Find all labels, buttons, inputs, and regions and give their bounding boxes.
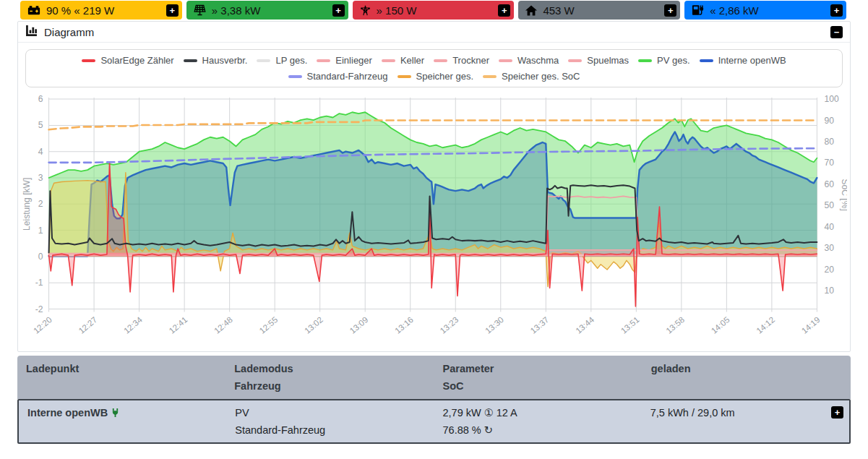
table-header-lademodus: Lademodus Fahrzeug [225,360,434,395]
svg-text:40: 40 [824,222,834,232]
table-header-ladepunkt: Ladepunkt [17,360,225,395]
legend-item-speicher-ges-[interactable]: Speicher ges. [398,71,474,82]
legend-swatch [499,59,512,62]
diagram-chart: 12:2012:2712:3412:4112:4812:5513:0213:09… [21,90,847,351]
chart-grid-and-axes: 12:2012:2712:3412:4112:4812:5513:0213:09… [22,94,847,335]
header-line2: SoC [443,377,634,395]
legend-item-spuelmas[interactable]: Spuelmas [568,55,629,66]
legend-label: Einlieger [335,55,372,66]
legend-item-hausverbr-[interactable]: Hausverbr. [184,55,248,66]
speicher-ges-soc-line [49,121,817,130]
chart-icon [25,25,38,39]
status-badge-pv: » 3,38 kW + [186,1,348,20]
badge-expand-button[interactable]: + [332,4,345,17]
header-line1: Parameter [443,360,634,377]
solar-panel-icon [194,4,206,16]
legend-label: Standard-Fahrzeug [307,71,388,82]
badge-text: 453 W [543,4,574,17]
cell-geladen: 7,5 kWh / 29,0 km [642,404,849,439]
legend-item-solaredge-z-hler[interactable]: SolarEdge Zähler [82,55,173,66]
openwb-dashboard: 90 % « 219 W + » 3,38 kW + » 150 W + 453… [0,0,868,459]
soc-value[interactable]: 76.88 % ↻ [443,421,633,439]
svg-text:60: 60 [824,179,834,189]
status-bar: 90 % « 219 W + » 3,38 kW + » 150 W + 453… [0,0,868,20]
charging-station-icon [692,4,704,16]
chargepoint-table-header: Ladepunkt Lademodus Fahrzeug Parameter S… [17,356,851,399]
svg-text:-1: -1 [35,278,43,288]
badge-expand-button[interactable]: + [498,4,510,17]
svg-text:70: 70 [824,158,834,168]
legend-swatch [257,59,270,62]
legend-swatch [317,59,330,62]
legend-item-trockner[interactable]: Trockner [434,55,489,66]
legend-item-speicher-ges-soc[interactable]: Speicher ges. SoC [483,71,580,82]
legend-item-waschma[interactable]: Waschma [499,55,559,66]
status-badge-house: 453 W + [518,1,680,20]
svg-text:0: 0 [38,252,43,262]
legend-swatch [288,75,302,78]
badge-text: » 3,38 kW [212,4,261,17]
legend-swatch [700,59,713,62]
svg-text:100: 100 [824,94,838,104]
svg-text:SoC [%]: SoC [%] [840,179,847,210]
badge-text: 90 % « 219 W [46,4,114,17]
geladen-value: 7,5 kWh / 29,0 km [650,404,841,421]
diagram-title: Diagramm [44,26,94,38]
fahrzeug-value: Standard-Fahrzeug [235,421,425,439]
chargepoint-row: Interne openWB PV Standard-Fahrzeug 2,79… [17,399,851,444]
legend-swatch [184,59,197,62]
svg-text:Leistung [kW]: Leistung [kW] [22,178,32,231]
legend-label: Hausverbr. [202,55,248,66]
svg-text:6: 6 [38,94,43,104]
parameter-value: 2,79 kW ① 12 A [443,404,633,421]
chargepoint-expand-button[interactable]: + [831,406,843,419]
diagram-collapse-button[interactable]: − [830,26,843,38]
svg-text:13:37: 13:37 [529,315,551,335]
legend-item-einlieger[interactable]: Einlieger [317,55,372,66]
header-line1: Lademodus [234,360,425,377]
legend-label: Trockner [452,55,489,66]
svg-text:13:58: 13:58 [664,315,686,335]
svg-text:13:51: 13:51 [619,315,641,335]
chart-area: 12:2012:2712:3412:4112:4812:5513:0213:09… [18,89,850,351]
svg-text:2: 2 [38,199,43,209]
legend-label: Speicher ges. SoC [502,71,580,82]
transmission-tower-icon [360,4,371,16]
car-battery-icon [27,5,40,16]
legend-item-lp-ges-[interactable]: LP ges. [257,55,307,66]
header-line2: Fahrzeug [234,377,425,395]
svg-text:12:27: 12:27 [77,315,99,335]
legend-label: PV ges. [657,55,690,66]
svg-text:12:20: 12:20 [32,315,53,335]
badge-expand-button[interactable]: + [664,4,676,17]
status-badge-grid: » 150 W + [353,1,515,20]
badge-expand-button[interactable]: + [830,4,843,17]
legend-swatch [638,59,652,62]
svg-text:1: 1 [38,226,43,236]
status-badge-chargepoint: « 2,86 kW + [684,1,846,20]
svg-text:12:55: 12:55 [258,315,280,335]
badge-expand-button[interactable]: + [166,4,179,17]
house-icon [525,5,537,16]
legend-item-interne-openwb[interactable]: Interne openWB [700,55,786,66]
legend-label: Spuelmas [587,55,629,66]
header-line2 [651,377,842,395]
svg-text:12:41: 12:41 [168,315,189,335]
lademodus-value: PV [235,404,425,421]
svg-text:30: 30 [824,243,834,253]
cell-parameter-soc: 2,79 kW ① 12 A 76.88 % ↻ [434,404,642,439]
legend-item-keller[interactable]: Keller [382,55,424,66]
legend-label: LP ges. [275,55,307,66]
cell-ladepunkt: Interne openWB [19,404,226,439]
legend-item-pv-ges-[interactable]: PV ges. [638,55,690,66]
svg-text:20: 20 [824,265,834,275]
svg-text:14:05: 14:05 [710,315,731,335]
svg-text:13:02: 13:02 [303,315,325,335]
status-badge-battery: 90 % « 219 W + [20,1,182,20]
legend-swatch [82,59,95,62]
legend-label: SolarEdge Zähler [100,55,173,66]
svg-text:12:34: 12:34 [122,315,144,335]
svg-text:14:12: 14:12 [755,315,776,335]
legend-item-standard-fahrzeug[interactable]: Standard-Fahrzeug [288,71,388,82]
legend-label: Speicher ges. [416,71,474,82]
